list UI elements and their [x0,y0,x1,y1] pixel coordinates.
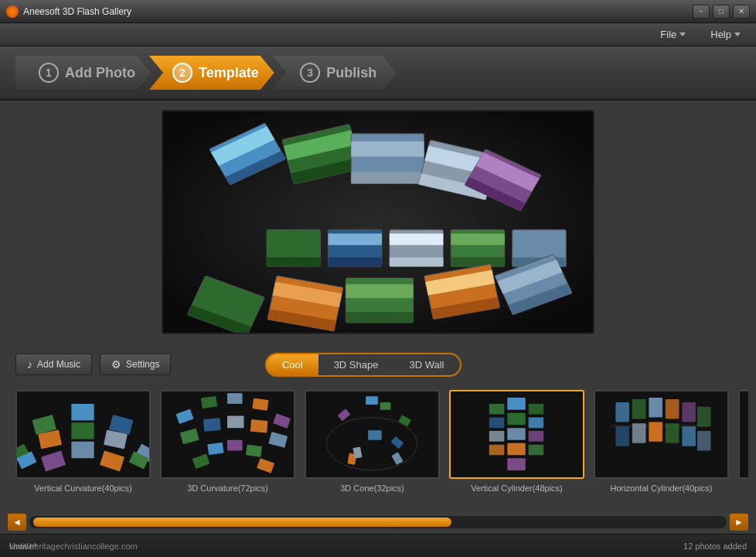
svg-rect-66 [250,419,268,432]
svg-rect-102 [649,398,662,417]
toolbar-left: ♪ Add Music ⚙ Settings [15,354,171,375]
scroll-right-button[interactable]: ► [730,514,748,531]
svg-rect-87 [507,428,525,440]
svg-rect-101 [632,399,646,419]
svg-rect-70 [227,440,243,451]
svg-rect-93 [489,445,505,456]
thumb-svg-2 [162,390,294,479]
tab-3d-shape-label: 3D Shape [334,359,379,371]
restore-button[interactable]: □ [713,5,730,19]
svg-rect-59 [201,396,217,408]
status-bar: www.heritagechristiancollege.com Untitle… [0,534,756,557]
template-vertical-cylinder[interactable]: Vertical Cylinder(48pics) [449,390,584,493]
settings-icon: ⚙ [111,358,121,371]
help-menu-label: Help [710,29,731,40]
step3-label: Publish [326,65,376,81]
svg-rect-23 [390,234,443,245]
file-menu-label: File [660,29,676,40]
thumb-svg-5 [595,390,727,479]
menu-bar: File Help [0,23,756,46]
svg-rect-107 [632,423,646,443]
svg-rect-22 [390,258,443,267]
svg-rect-88 [507,443,525,456]
svg-rect-100 [615,402,629,422]
settings-button[interactable]: ⚙ Settings [100,354,171,375]
svg-rect-46 [71,442,94,458]
scroll-left-button[interactable]: ◄ [8,514,26,531]
scroll-thumb[interactable] [33,518,451,527]
help-menu-arrow [734,32,741,36]
svg-rect-60 [227,393,243,404]
svg-rect-95 [529,418,544,429]
svg-rect-112 [740,392,748,477]
svg-rect-89 [507,458,525,470]
thumbnails-section: Vertical Curvature(40pics) [0,384,756,511]
step-add-photo[interactable]: 1 Add Photo [15,56,151,90]
template-other[interactable]: 3D... [738,390,748,493]
svg-rect-64 [203,418,221,431]
svg-rect-94 [529,404,544,415]
svg-rect-17 [267,258,321,267]
tab-cool[interactable]: Cool [265,353,318,377]
step3-num: 3 [300,63,320,83]
thumb-svg-3 [306,390,438,479]
scroll-track[interactable] [29,516,727,528]
template-vertical-curvature[interactable]: Vertical Curvature(40pics) [15,390,151,493]
svg-rect-110 [682,426,696,446]
tab-3d-shape[interactable]: 3D Shape [318,353,394,377]
scroll-bar-container: ◄ ► [0,511,756,534]
thumb-svg-1 [17,390,149,479]
thumb-img-1 [15,390,151,479]
settings-label: Settings [126,359,159,370]
title-bar: Aneesoft 3D Flash Gallery − □ ✕ [0,0,756,23]
scroll-left-icon: ◄ [12,517,22,528]
svg-rect-96 [529,431,544,442]
svg-rect-104 [682,402,696,422]
thumb-label-2: 3D Curvature(72pics) [187,484,268,493]
file-menu[interactable]: File [654,26,692,43]
tab-cool-label: Cool [282,359,303,371]
add-music-button[interactable]: ♪ Add Music [15,354,92,375]
step-publish[interactable]: 3 Publish [273,56,397,90]
svg-rect-71 [246,444,262,456]
svg-rect-103 [666,399,679,419]
file-menu-arrow [679,32,686,36]
template-3d-cone[interactable]: 3D Cone(32pics) [305,390,440,493]
preview-canvas [163,111,593,333]
template-horizontal-cylinder[interactable]: Horizontal Cylinder(40pics) [594,390,729,493]
svg-rect-35 [346,312,413,323]
preview-svg [163,110,593,334]
thumb-svg-6 [740,390,748,479]
svg-rect-92 [489,431,505,442]
help-menu[interactable]: Help [704,26,747,43]
svg-rect-44 [71,404,94,420]
thumb-img-5 [594,390,729,479]
minimize-button[interactable]: − [693,5,710,19]
app-icon [6,5,19,18]
thumb-img-4 [449,390,584,479]
svg-rect-69 [207,443,223,455]
preview-area [162,110,594,334]
svg-rect-97 [529,445,544,456]
svg-rect-75 [366,396,378,405]
add-music-label: Add Music [37,359,80,370]
template-3d-curvature[interactable]: 3D Curvature(72pics) [160,390,295,493]
svg-rect-25 [451,258,505,267]
file-label: Untitle* [9,542,36,551]
music-icon: ♪ [27,358,32,371]
svg-rect-83 [368,430,382,440]
tab-3d-wall-label: 3D Wall [409,359,444,371]
title-bar-controls: − □ ✕ [693,5,750,19]
thumb-svg-4 [451,390,583,479]
thumbnails-track: Vertical Curvature(40pics) [8,384,748,499]
tab-group: Cool 3D Shape 3D Wall [265,353,461,377]
step-template[interactable]: 2 Template [149,56,274,90]
close-button[interactable]: ✕ [733,5,750,19]
svg-rect-45 [71,422,94,439]
step2-num: 2 [172,63,192,83]
svg-rect-106 [615,426,629,446]
tab-3d-wall[interactable]: 3D Wall [393,353,461,377]
svg-rect-61 [252,398,268,411]
svg-rect-26 [451,234,505,245]
thumb-label-4: Vertical Cylinder(48pics) [471,484,563,493]
